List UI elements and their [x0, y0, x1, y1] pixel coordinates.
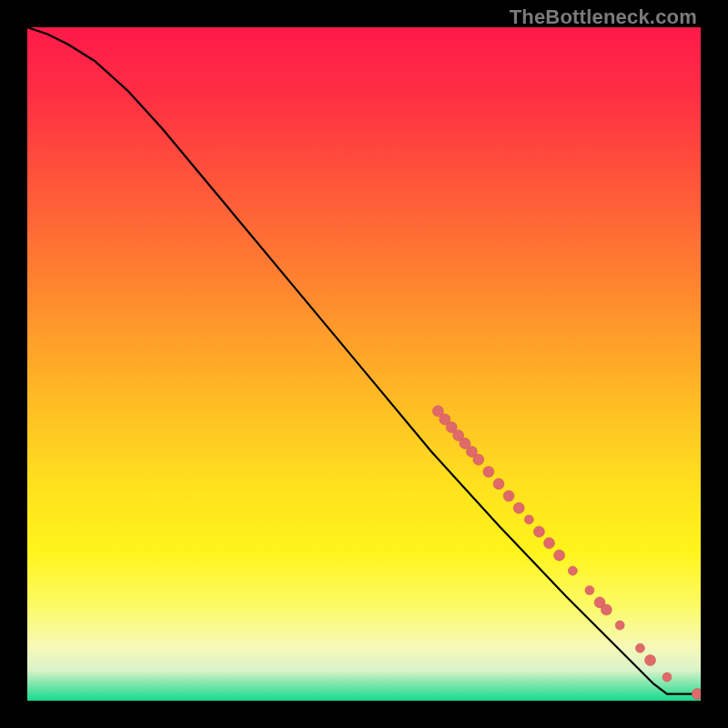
data-marker	[585, 586, 594, 595]
data-marker	[662, 672, 672, 682]
data-marker	[568, 566, 577, 575]
data-marker	[524, 515, 533, 524]
data-marker	[601, 604, 612, 615]
data-marker	[503, 490, 514, 501]
data-marker	[483, 466, 494, 477]
data-marker	[473, 454, 484, 465]
data-marker	[692, 689, 701, 700]
data-marker	[513, 502, 524, 513]
data-marker	[635, 643, 644, 652]
data-marker	[493, 479, 504, 490]
data-marker	[544, 538, 555, 549]
chart-svg	[27, 27, 701, 701]
watermark-text: TheBottleneck.com	[510, 5, 697, 29]
chart-frame	[27, 27, 701, 701]
data-marker	[554, 550, 565, 561]
data-marker	[533, 526, 544, 537]
data-marker	[615, 621, 624, 630]
data-marker	[645, 655, 656, 666]
